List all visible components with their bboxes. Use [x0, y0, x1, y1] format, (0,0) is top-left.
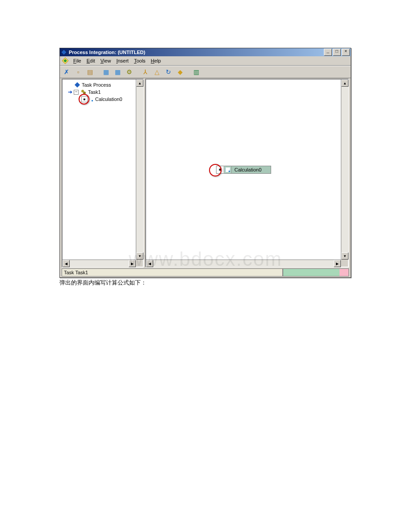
- canvas-vscroll[interactable]: ▲ ▼: [341, 80, 348, 260]
- status-progress-tail: [340, 269, 348, 276]
- tree-node-calc[interactable]: ✱ Calculation0: [81, 96, 135, 103]
- app-icon: [61, 49, 67, 55]
- tree-node-label: Task1: [88, 89, 101, 95]
- close-button[interactable]: ×: [342, 49, 350, 56]
- chart-icon: ▥: [193, 69, 199, 75]
- tree-pane: Task Process ➔ − Task1: [62, 79, 144, 268]
- collapse-icon[interactable]: −: [74, 90, 79, 95]
- tree-node-root[interactable]: Task Process: [74, 81, 135, 88]
- refresh-icon[interactable]: ↻: [164, 67, 173, 77]
- toolbar-separator: [96, 67, 99, 76]
- statusbar: Task Task1: [62, 268, 349, 276]
- svg-point-5: [83, 92, 86, 94]
- tree-icon: ⅄: [143, 69, 147, 75]
- view-menu[interactable]: View: [98, 57, 114, 64]
- scroll-corner: [136, 260, 143, 267]
- node-label: Calculation0: [232, 166, 271, 174]
- tree-node-label: Calculation0: [95, 96, 122, 102]
- canvas[interactable]: ✱ Calculation0: [146, 80, 341, 260]
- scroll-up-icon[interactable]: ▲: [136, 80, 143, 87]
- new-icon: ▫: [77, 69, 80, 75]
- titlebar[interactable]: Process Integration: (UNTITLED) _ □ ×: [60, 48, 351, 56]
- toolbar-separator: [187, 67, 189, 76]
- grid-icon: ▦: [115, 69, 121, 75]
- window-title: Process Integration: (UNTITLED): [69, 50, 324, 55]
- chart-icon[interactable]: ▥: [191, 67, 201, 77]
- scroll-left-icon[interactable]: ◀: [63, 260, 70, 267]
- scroll-track[interactable]: [153, 260, 334, 267]
- caption-text: 弹出的界面内编写计算公式如下：: [59, 279, 147, 287]
- gears-icon: ⚙: [126, 69, 132, 75]
- node-port-icon[interactable]: ✱: [216, 166, 224, 174]
- canvas-pane: ✱ Calculation0 ▲ ▼: [145, 79, 349, 268]
- toolbar: ✗▫▤▦▦⚙⅄△↻◆▥: [60, 66, 351, 78]
- current-arrow-icon: ➔: [68, 89, 73, 95]
- scroll-track[interactable]: [70, 260, 129, 267]
- tree: Task Process ➔ − Task1: [63, 80, 136, 105]
- minimize-button[interactable]: _: [324, 49, 332, 56]
- tree-vscroll[interactable]: ▲ ▼: [136, 80, 143, 260]
- scroll-corner: [341, 260, 348, 267]
- canvas-node-calculation[interactable]: ✱ Calculation0: [216, 166, 271, 174]
- help-menu[interactable]: Help: [148, 57, 164, 64]
- diamond-icon: ◆: [178, 69, 183, 75]
- maximize-button[interactable]: □: [333, 49, 341, 56]
- calc-grid-icon: [88, 96, 94, 102]
- scroll-right-icon[interactable]: ▶: [334, 260, 341, 267]
- svg-marker-0: [61, 50, 67, 55]
- tools-menu[interactable]: Tools: [131, 57, 148, 64]
- calc-port-icon: ✱: [81, 96, 88, 102]
- scroll-track[interactable]: [136, 87, 143, 252]
- insert-menu[interactable]: Insert: [113, 57, 131, 64]
- svg-marker-3: [75, 82, 80, 88]
- scroll-down-icon[interactable]: ▼: [136, 252, 143, 260]
- canvas-hscroll[interactable]: ◀ ▶: [146, 260, 341, 267]
- workarea: Task Process ➔ − Task1: [62, 79, 349, 268]
- tree2-icon: △: [155, 69, 159, 75]
- process-icon: [74, 82, 80, 88]
- grid-icon[interactable]: ▦: [113, 67, 122, 77]
- toolbar-separator: [136, 67, 138, 76]
- edit-menu[interactable]: Edit: [84, 57, 98, 64]
- save-icon[interactable]: ▤: [85, 67, 95, 77]
- node-type-icon: [224, 166, 232, 174]
- x-icon: ✗: [64, 69, 69, 75]
- scroll-up-icon[interactable]: ▲: [341, 80, 348, 87]
- status-text: Task Task1: [62, 268, 283, 276]
- scroll-right-icon[interactable]: ▶: [129, 260, 136, 267]
- tree2-icon[interactable]: △: [152, 67, 162, 77]
- menubar: File Edit View Insert Tools Help: [60, 56, 351, 66]
- table-blue-icon: ▦: [103, 69, 109, 75]
- scroll-left-icon[interactable]: ◀: [146, 260, 153, 267]
- diamond-icon[interactable]: ◆: [175, 67, 185, 77]
- tree-icon[interactable]: ⅄: [140, 67, 150, 77]
- save-icon: ▤: [87, 69, 93, 75]
- refresh-icon: ↻: [166, 69, 171, 75]
- file-menu[interactable]: File: [71, 57, 84, 64]
- new-icon[interactable]: ▫: [73, 67, 83, 77]
- menubar-app-icon: [62, 57, 69, 64]
- tree-node-task[interactable]: ➔ − Task1: [68, 88, 135, 96]
- scroll-track[interactable]: [341, 87, 348, 252]
- gears-icon: [80, 89, 87, 95]
- tree-node-label: Task Process: [82, 82, 111, 88]
- x-icon[interactable]: ✗: [62, 67, 71, 77]
- scroll-down-icon[interactable]: ▼: [341, 252, 348, 260]
- tree-hscroll[interactable]: ◀ ▶: [63, 260, 136, 267]
- gears-icon[interactable]: ⚙: [124, 67, 134, 77]
- app-window: Process Integration: (UNTITLED) _ □ × Fi…: [59, 48, 351, 278]
- table-blue-icon[interactable]: ▦: [101, 67, 111, 77]
- status-progress: [283, 268, 349, 276]
